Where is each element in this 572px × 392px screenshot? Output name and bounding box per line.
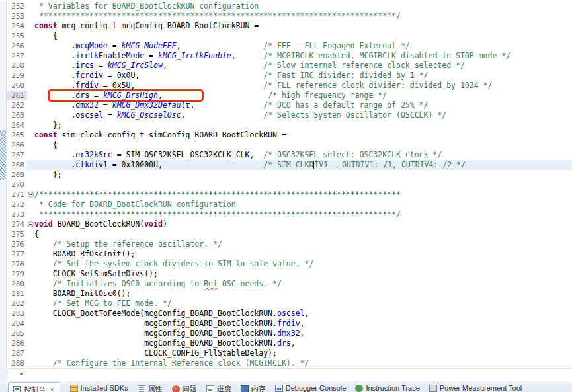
annotation-ruler[interactable] [0,229,7,239]
code-line[interactable]: 253 ************************************… [0,11,572,21]
line-number[interactable]: 253 [7,11,27,21]
code-text[interactable]: { [34,140,572,150]
line-number[interactable]: 283 [7,309,27,319]
code-text[interactable]: /***************************************… [34,190,572,200]
line-body[interactable]: const sim_clock_config_t simConfig_BOARD… [27,130,572,140]
annotation-ruler[interactable] [0,200,7,210]
code-line[interactable]: 280 /* Initializes OSC0 according to Ref… [0,279,572,289]
line-number[interactable]: 258 [7,61,27,71]
line-number[interactable]: 268 [7,160,27,170]
code-text[interactable]: void BOARD_BootClockRUN(void) [34,219,572,229]
code-line[interactable]: 252 * Variables for BOARD_BootClockRUN c… [0,1,572,11]
code-text[interactable]: .mcgMode = kMCG_ModeFEE, /* FEE - FLL En… [34,41,572,51]
code-line[interactable]: 257 .irclkEnableMode = kMCG_IrclkEnable,… [0,51,572,61]
annotation-ruler[interactable] [0,319,7,329]
annotation-ruler[interactable] [0,110,7,120]
line-body[interactable]: mcgConfig_BOARD_BootClockRUN.dmx32, [27,329,572,338]
code-line[interactable]: 271/************************************… [0,190,572,200]
line-body[interactable]: CLOCK_CONFIG_FllStableDelay); [27,348,572,358]
code-line[interactable]: 264 }; [0,120,572,130]
fold-gutter[interactable] [27,319,34,329]
code-line[interactable]: 286 mcgConfig_BOARD_BootClockRUN.drs, [0,338,572,348]
code-line[interactable]: 272 * Code for BOARD_BootClockRUN config… [0,200,572,210]
line-body[interactable]: { [27,31,572,41]
code-line[interactable]: 256 .mcgMode = kMCG_ModeFEE, /* FEE - FL… [0,41,572,51]
line-body[interactable]: .clkdiv1 = 0x10000U, /* SIM_CLKDIV1 - OU… [27,160,572,170]
fold-gutter[interactable] [27,348,34,358]
code-text[interactable] [34,180,572,190]
code-line[interactable]: 254const mcg_config_t mcgConfig_BOARD_Bo… [0,21,572,31]
annotation-ruler[interactable] [0,61,7,71]
view-tab-memory[interactable]: 内存 [236,382,270,392]
line-number[interactable]: 279 [7,269,27,279]
fold-collapse-icon[interactable] [28,221,34,227]
line-number[interactable]: 284 [7,319,27,329]
annotation-ruler[interactable] [0,358,7,368]
annotation-ruler[interactable] [0,309,7,319]
fold-gutter[interactable] [27,269,34,279]
code-line[interactable]: 267 .er32kSrc = SIM_OSC32KSEL_OSC32KCLK_… [0,150,572,160]
code-text[interactable]: { [34,31,572,41]
annotation-ruler[interactable] [0,190,7,200]
code-line[interactable]: 270 [0,180,572,190]
fold-gutter[interactable] [27,110,34,120]
line-number[interactable]: 278 [7,259,27,269]
annotation-ruler[interactable] [0,21,7,31]
fold-gutter[interactable] [27,61,34,71]
fold-gutter[interactable] [27,239,34,249]
code-text[interactable]: mcgConfig_BOARD_BootClockRUN.dmx32, [34,329,572,338]
line-body[interactable]: mcgConfig_BOARD_BootClockRUN.drs, [27,338,572,348]
code-text[interactable]: ****************************************… [34,11,572,21]
code-text[interactable]: /* Setup the reference oscillator. */ [34,239,572,249]
code-text[interactable]: ****************************************… [34,210,572,219]
code-line[interactable]: 285 mcgConfig_BOARD_BootClockRUN.dmx32, [0,329,572,338]
view-tab-progress[interactable]: 进度 [202,382,236,392]
fold-gutter[interactable] [27,150,34,160]
line-body[interactable]: /* Setup the reference oscillator. */ [27,239,572,249]
code-line[interactable]: 282 /* Set MCG to FEE mode. */ [0,299,572,309]
fold-gutter[interactable] [27,309,34,319]
close-icon[interactable]: ✕ [50,387,55,392]
annotation-ruler[interactable] [0,51,7,61]
line-number[interactable]: 273 [7,210,27,219]
line-body[interactable]: /***************************************… [27,190,572,200]
line-body[interactable]: /* Set MCG to FEE mode. */ [27,299,572,309]
line-number[interactable]: 274 [7,219,27,229]
fold-gutter[interactable] [27,51,34,61]
fold-gutter[interactable] [27,190,34,200]
line-number[interactable]: 267 [7,150,27,160]
line-body[interactable]: .er32kSrc = SIM_OSC32KSEL_OSC32KCLK_CLK,… [27,150,572,160]
line-number[interactable]: 255 [7,31,27,41]
fold-gutter[interactable] [27,160,34,170]
fold-gutter[interactable] [27,21,34,31]
fold-gutter[interactable] [27,140,34,150]
annotation-ruler[interactable] [0,210,7,219]
code-line[interactable]: 279 CLOCK_SetSimSafeDivs(); [0,269,572,279]
fold-gutter[interactable] [27,229,34,239]
line-number[interactable]: 260 [7,81,27,91]
fold-gutter[interactable] [27,1,34,11]
code-text[interactable]: .irclkEnableMode = kMCG_IrclkEnable, /* … [34,51,572,61]
line-body[interactable]: * Variables for BOARD_BootClockRUN confi… [27,1,572,11]
fold-gutter[interactable] [27,279,34,289]
fold-gutter[interactable] [27,100,34,110]
line-body[interactable]: /* Initializes OSC0 according to Ref OSC… [27,279,572,289]
code-line[interactable]: 287 CLOCK_CONFIG_FllStableDelay); [0,348,572,358]
code-text[interactable]: }; [34,120,572,130]
code-text[interactable]: .frdiv = 0x5U, /* FLL reference clock di… [34,81,572,91]
line-body[interactable]: /* Configure the Internal Reference cloc… [27,358,572,368]
code-line[interactable]: 276 /* Setup the reference oscillator. *… [0,239,572,249]
annotation-ruler[interactable] [0,219,7,229]
line-body[interactable]: * Code for BOARD_BootClockRUN configurat… [27,200,572,210]
line-number[interactable]: 252 [7,1,27,11]
line-number[interactable]: 262 [7,100,27,110]
code-line[interactable]: 268 .clkdiv1 = 0x10000U, /* SIM_CLKDIV1 … [0,160,572,170]
annotation-ruler[interactable] [0,329,7,338]
fold-gutter[interactable] [27,200,34,210]
annotation-ruler[interactable] [0,100,7,110]
code-text[interactable]: const mcg_config_t mcgConfig_BOARD_BootC… [34,21,572,31]
fold-gutter[interactable] [27,120,34,130]
code-line[interactable]: 263 .oscsel = kMCG_OscselOsc, /* Selects… [0,110,572,120]
line-body[interactable]: const mcg_config_t mcgConfig_BOARD_BootC… [27,21,572,31]
code-line[interactable]: 255 { [0,31,572,41]
